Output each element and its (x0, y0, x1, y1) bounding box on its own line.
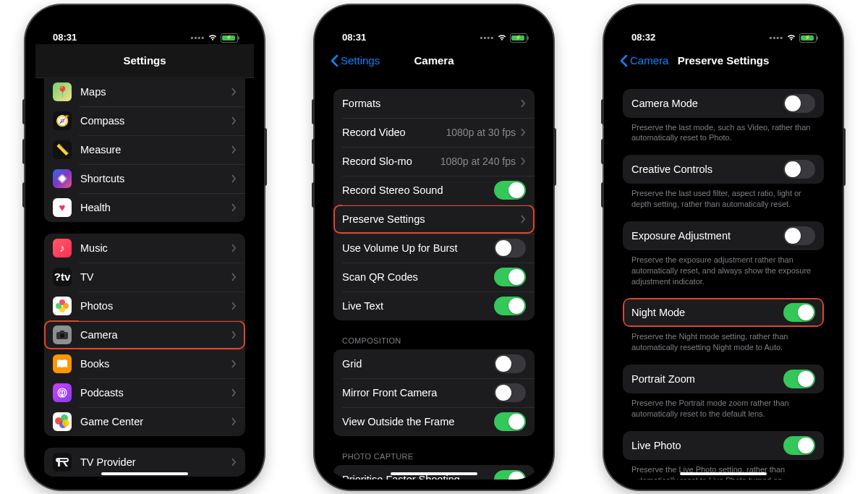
toggle-volume-burst[interactable] (494, 239, 526, 257)
toggle-creative-controls[interactable] (783, 160, 815, 179)
row-tv[interactable]: ?tv TV (44, 263, 245, 291)
row-label: Health (80, 202, 231, 213)
row-scan-qr[interactable]: Scan QR Codes (333, 263, 535, 291)
home-indicator[interactable] (680, 472, 767, 475)
toggle-grid[interactable] (494, 354, 526, 373)
row-music[interactable]: ♪ Music (44, 234, 245, 263)
toggle-mirror-front[interactable] (494, 383, 526, 402)
row-label: Record Slo-mo (342, 156, 441, 167)
row-label: Creative Controls (631, 163, 783, 175)
back-button[interactable]: Camera (620, 54, 668, 67)
chevron-right-icon (231, 417, 237, 426)
toggle-camera-mode[interactable] (783, 94, 815, 113)
row-books[interactable]: Books (44, 349, 245, 378)
compass-icon: 🧭 (53, 111, 72, 130)
row-game-center[interactable]: Game Center (44, 407, 245, 436)
row-night-mode[interactable]: Night Mode (623, 298, 824, 327)
row-shortcuts[interactable]: Shortcuts (44, 164, 245, 193)
row-camera[interactable]: Camera (44, 320, 245, 349)
screen: 08:32 •••• ⚡ Camera Preserve Settings Ca… (614, 15, 833, 480)
chevron-right-icon (520, 99, 526, 108)
row-grid[interactable]: Grid (333, 349, 535, 378)
row-mirror-front[interactable]: Mirror Front Camera (333, 378, 535, 407)
toggle-live-text[interactable] (494, 297, 526, 315)
chevron-right-icon (231, 331, 237, 339)
nav-bar: Settings (35, 44, 254, 78)
chevron-right-icon (231, 458, 237, 467)
row-label: TV (80, 271, 231, 283)
battery-icon: ⚡ (221, 33, 238, 43)
content-area[interactable]: Formats Record Video 1080p at 30 fps Rec… (325, 77, 543, 480)
books-icon (53, 354, 72, 373)
row-view-outside[interactable]: View Outside the Frame (333, 407, 535, 436)
settings-group: Exposure Adjustment (623, 221, 824, 250)
notch (669, 15, 778, 34)
toggle-live-photo[interactable] (783, 436, 815, 455)
row-label: Music (80, 242, 231, 254)
row-preserve-settings[interactable]: Preserve Settings (333, 205, 535, 234)
back-button[interactable]: Settings (331, 54, 380, 67)
row-photos[interactable]: Photos (44, 291, 245, 320)
camera-icon (53, 325, 72, 344)
status-time: 08:31 (53, 32, 77, 43)
toggle-stereo-sound[interactable] (494, 181, 526, 200)
podcasts-icon (53, 383, 72, 402)
settings-group: Creative Controls (623, 155, 824, 184)
toggle-faster-shooting[interactable] (494, 470, 526, 480)
tv-icon: ?tv (53, 268, 72, 286)
row-portrait-zoom[interactable]: Portrait Zoom (623, 365, 824, 393)
row-volume-burst[interactable]: Use Volume Up for Burst (333, 234, 535, 263)
cellular-icon: •••• (480, 33, 494, 42)
svg-point-3 (60, 333, 64, 338)
row-measure[interactable]: 📏 Measure (44, 135, 245, 164)
toggle-portrait-zoom[interactable] (783, 370, 815, 388)
row-label: Record Video (342, 127, 446, 138)
row-exposure-adjustment[interactable]: Exposure Adjustment (623, 221, 824, 250)
maps-icon: 📍 (53, 82, 72, 101)
svg-point-7 (61, 391, 64, 393)
row-label: Maps (80, 86, 231, 98)
toggle-view-outside[interactable] (494, 412, 526, 431)
row-label: Portrait Zoom (631, 373, 783, 385)
game-center-icon (53, 412, 72, 431)
phone-frame: 08:32 •••• ⚡ Camera Preserve Settings Ca… (604, 5, 843, 490)
row-podcasts[interactable]: Podcasts (44, 378, 245, 407)
back-label: Settings (341, 54, 380, 67)
row-live-text[interactable]: Live Text (333, 291, 535, 320)
row-live-photo[interactable]: Live Photo (623, 431, 824, 460)
measure-icon: 📏 (53, 140, 72, 159)
toggle-night-mode[interactable] (783, 303, 815, 322)
chevron-right-icon (231, 244, 237, 252)
row-camera-mode[interactable]: Camera Mode (623, 89, 824, 118)
settings-group: Live Photo (623, 431, 824, 460)
toggle-exposure-adjustment[interactable] (783, 226, 815, 245)
row-health[interactable]: ♥ Health (44, 193, 245, 222)
settings-group: ♪ Music ?tv TV (44, 234, 245, 436)
row-record-slomo[interactable]: Record Slo-mo 1080p at 240 fps (333, 147, 535, 176)
health-icon: ♥ (53, 198, 72, 217)
chevron-right-icon (520, 128, 526, 137)
home-indicator[interactable] (101, 472, 188, 475)
row-creative-controls[interactable]: Creative Controls (623, 155, 824, 184)
row-record-video[interactable]: Record Video 1080p at 30 fps (333, 118, 535, 147)
row-formats[interactable]: Formats (333, 89, 535, 118)
settings-group: Camera Mode (623, 89, 824, 118)
phone-frame: 08:31 •••• ⚡ Settings 📍 Maps 🧭 (25, 5, 264, 490)
chevron-right-icon (231, 174, 237, 183)
row-maps[interactable]: 📍 Maps (44, 77, 245, 106)
chevron-right-icon (231, 388, 237, 397)
row-stereo-sound[interactable]: Record Stereo Sound (333, 176, 535, 205)
row-compass[interactable]: 🧭 Compass (44, 106, 245, 135)
chevron-right-icon (231, 273, 237, 281)
content-area[interactable]: 📍 Maps 🧭 Compass 📏 Measure (35, 77, 254, 480)
chevron-left-icon (331, 54, 339, 67)
chevron-right-icon (231, 302, 237, 310)
cellular-icon: •••• (191, 33, 205, 42)
chevron-right-icon (231, 203, 237, 212)
nav-bar: Settings Camera (325, 44, 543, 77)
content-area[interactable]: Camera Mode Preserve the last mode, such… (614, 77, 833, 480)
row-label: Live Photo (631, 440, 783, 451)
toggle-scan-qr[interactable] (494, 268, 526, 286)
home-indicator[interactable] (391, 472, 477, 475)
music-icon: ♪ (53, 239, 72, 257)
